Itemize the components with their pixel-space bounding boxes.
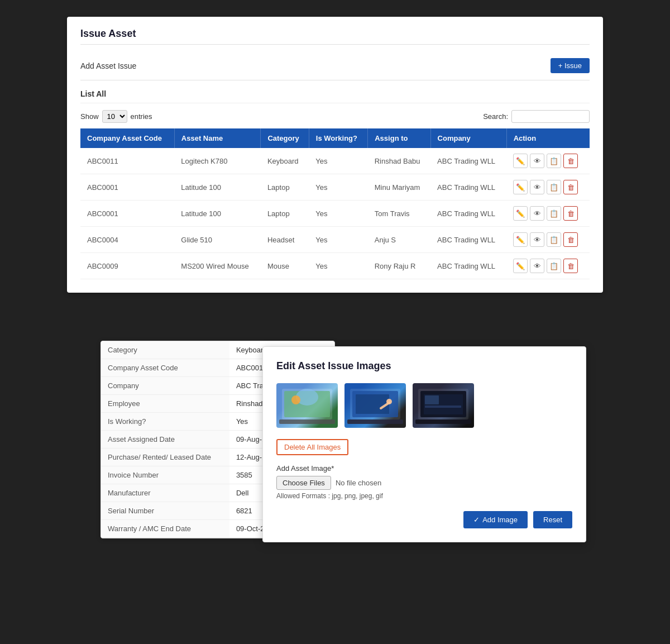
col-header-category: Category bbox=[261, 128, 309, 148]
detail-label: Company bbox=[101, 377, 229, 395]
no-file-text: No file chosen bbox=[336, 479, 381, 487]
asset-table: Company Asset Code Asset Name Category I… bbox=[80, 128, 590, 279]
svg-rect-14 bbox=[425, 395, 439, 404]
cell-name: Logitech K780 bbox=[174, 148, 261, 174]
add-asset-issue-label: Add Asset Issue bbox=[80, 61, 136, 70]
modal-footer: ✓ Add Image Reset bbox=[276, 511, 572, 528]
preview-image-1 bbox=[276, 383, 338, 428]
detail-label: Asset Assigned Date bbox=[101, 431, 229, 449]
issue-button[interactable]: + Issue bbox=[551, 58, 590, 73]
col-header-assign: Assign to bbox=[368, 128, 430, 148]
table-row: ABC0009 MS200 Wired Mouse Mouse Yes Rony… bbox=[80, 253, 590, 279]
delete-icon[interactable]: 🗑 bbox=[563, 232, 578, 247]
svg-point-9 bbox=[386, 399, 392, 404]
edit-icon[interactable]: ✏️ bbox=[513, 206, 528, 221]
edit-icon[interactable]: ✏️ bbox=[513, 180, 528, 194]
cell-working: Yes bbox=[309, 227, 367, 253]
detail-label: Manufacturer bbox=[101, 484, 229, 502]
table-controls: Show 10 25 50 entries Search: bbox=[80, 110, 590, 123]
cell-action: ✏️ 👁 📋 🗑 bbox=[506, 253, 590, 279]
cell-assign: Rinshad Babu bbox=[368, 148, 430, 174]
cell-assign: Minu Mariyam bbox=[368, 174, 430, 201]
search-input[interactable] bbox=[511, 110, 590, 123]
choose-files-button[interactable]: Choose Files bbox=[276, 476, 331, 490]
cell-action: ✏️ 👁 📋 🗑 bbox=[506, 174, 590, 201]
cell-action: ✏️ 👁 📋 🗑 bbox=[506, 227, 590, 253]
add-image-button[interactable]: ✓ Add Image bbox=[463, 511, 528, 528]
col-header-company: Company bbox=[430, 128, 506, 148]
delete-icon[interactable]: 🗑 bbox=[563, 259, 578, 273]
add-image-section: Add Asset Image* Choose Files No file ch… bbox=[276, 464, 572, 500]
view-icon[interactable]: 👁 bbox=[530, 180, 544, 194]
detail-label: Employee bbox=[101, 395, 229, 413]
view-icon[interactable]: 👁 bbox=[530, 232, 544, 247]
svg-rect-15 bbox=[425, 406, 461, 408]
cell-code: ABC0009 bbox=[80, 253, 174, 279]
cell-name: MS200 Wired Mouse bbox=[174, 253, 261, 279]
cell-action: ✏️ 👁 📋 🗑 bbox=[506, 148, 590, 174]
detail-label: Purchase/ Rented/ Leased Date bbox=[101, 449, 229, 466]
cell-code: ABC0004 bbox=[80, 227, 174, 253]
detail-label: Warranty / AMC End Date bbox=[101, 520, 229, 538]
reset-button[interactable]: Reset bbox=[533, 511, 572, 528]
file-input-row: Choose Files No file chosen bbox=[276, 476, 572, 490]
delete-icon[interactable]: 🗑 bbox=[563, 180, 578, 194]
cell-code: ABC0001 bbox=[80, 201, 174, 227]
cell-category: Laptop bbox=[261, 201, 309, 227]
cell-category: Headset bbox=[261, 227, 309, 253]
copy-icon[interactable]: 📋 bbox=[547, 180, 561, 194]
cell-working: Yes bbox=[309, 174, 367, 201]
search-label: Search: bbox=[483, 112, 508, 121]
detail-label: Category bbox=[101, 341, 229, 359]
cell-code: ABC0011 bbox=[80, 148, 174, 174]
copy-icon[interactable]: 📋 bbox=[547, 206, 561, 221]
search-area: Search: bbox=[483, 110, 590, 123]
cell-code: ABC0001 bbox=[80, 174, 174, 201]
edit-icon[interactable]: ✏️ bbox=[513, 232, 528, 247]
cell-working: Yes bbox=[309, 253, 367, 279]
table-row: ABC0001 Latitude 100 Laptop Yes Minu Mar… bbox=[80, 174, 590, 201]
cell-company: ABC Trading WLL bbox=[430, 201, 506, 227]
delete-icon[interactable]: 🗑 bbox=[563, 206, 578, 221]
show-entries-select[interactable]: 10 25 50 bbox=[102, 110, 127, 123]
copy-icon[interactable]: 📋 bbox=[547, 154, 561, 168]
cell-company: ABC Trading WLL bbox=[430, 253, 506, 279]
edit-icon[interactable]: ✏️ bbox=[513, 259, 528, 273]
table-header: Company Asset Code Asset Name Category I… bbox=[80, 128, 590, 148]
cell-category: Mouse bbox=[261, 253, 309, 279]
add-image-btn-label: Add Image bbox=[482, 516, 518, 524]
svg-rect-4 bbox=[279, 419, 335, 424]
detail-label: Company Asset Code bbox=[101, 359, 229, 377]
delete-all-button[interactable]: Delete All Images bbox=[276, 439, 348, 455]
cell-category: Laptop bbox=[261, 174, 309, 201]
section-header: Add Asset Issue + Issue bbox=[80, 54, 590, 80]
cell-assign: Rony Raju R bbox=[368, 253, 430, 279]
cell-company: ABC Trading WLL bbox=[430, 148, 506, 174]
cell-assign: Anju S bbox=[368, 227, 430, 253]
copy-icon[interactable]: 📋 bbox=[547, 232, 561, 247]
detail-label: Invoice Number bbox=[101, 466, 229, 484]
view-icon[interactable]: 👁 bbox=[530, 259, 544, 273]
add-image-label: Add Asset Image* bbox=[276, 464, 572, 473]
preview-image-3 bbox=[413, 383, 474, 428]
cell-category: Keyboard bbox=[261, 148, 309, 174]
main-window: Issue Asset Add Asset Issue + Issue List… bbox=[67, 17, 603, 293]
svg-rect-7 bbox=[356, 394, 389, 414]
copy-icon[interactable]: 📋 bbox=[547, 259, 561, 273]
list-all-header: List All bbox=[80, 89, 590, 103]
col-header-working: Is Working? bbox=[309, 128, 367, 148]
cell-name: Latitude 100 bbox=[174, 174, 261, 201]
cell-action: ✏️ 👁 📋 🗑 bbox=[506, 201, 590, 227]
cell-working: Yes bbox=[309, 148, 367, 174]
svg-point-3 bbox=[291, 395, 300, 404]
delete-icon[interactable]: 🗑 bbox=[563, 154, 578, 168]
preview-image-2 bbox=[344, 383, 406, 428]
show-label: Show bbox=[80, 112, 99, 121]
view-icon[interactable]: 👁 bbox=[530, 206, 544, 221]
edit-modal: Edit Asset Issue Images bbox=[262, 346, 586, 542]
edit-icon[interactable]: ✏️ bbox=[513, 154, 528, 168]
table-row: ABC0004 Glide 510 Headset Yes Anju S ABC… bbox=[80, 227, 590, 253]
svg-rect-16 bbox=[415, 419, 471, 424]
detail-label: Serial Number bbox=[101, 502, 229, 520]
view-icon[interactable]: 👁 bbox=[530, 154, 544, 168]
